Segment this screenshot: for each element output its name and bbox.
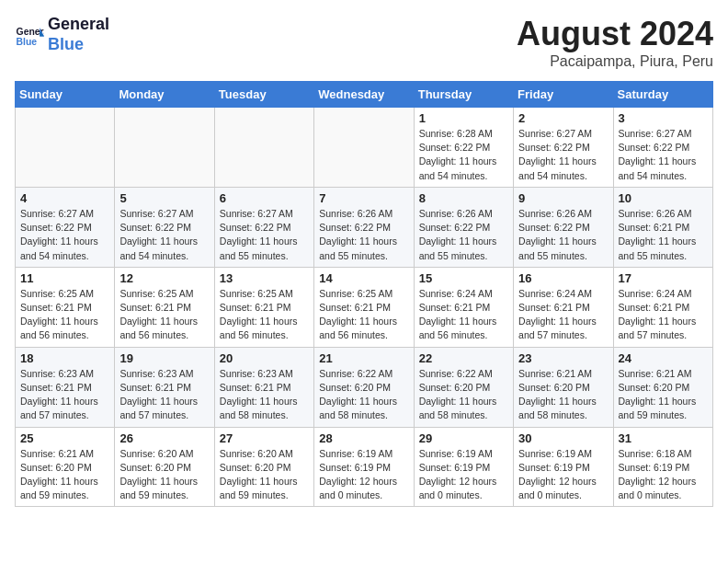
calendar-cell: 15Sunrise: 6:24 AMSunset: 6:21 PMDayligh… xyxy=(414,267,513,347)
day-of-week-header: Saturday xyxy=(613,82,712,108)
day-number: 19 xyxy=(119,351,209,365)
day-info: Sunrise: 6:23 AMSunset: 6:21 PMDaylight:… xyxy=(220,367,309,423)
day-info: Sunrise: 6:22 AMSunset: 6:20 PMDaylight:… xyxy=(419,367,508,423)
day-number: 9 xyxy=(518,191,608,205)
day-info: Sunrise: 6:23 AMSunset: 6:21 PMDaylight:… xyxy=(119,367,209,423)
calendar-cell: 18Sunrise: 6:23 AMSunset: 6:21 PMDayligh… xyxy=(16,347,115,427)
day-number: 5 xyxy=(119,191,209,205)
calendar-cell xyxy=(16,108,115,188)
calendar-cell: 31Sunrise: 6:18 AMSunset: 6:19 PMDayligh… xyxy=(613,427,712,507)
calendar-cell: 28Sunrise: 6:19 AMSunset: 6:19 PMDayligh… xyxy=(314,427,414,507)
title-block: August 2024 Pacaipampa, Piura, Peru xyxy=(517,15,713,70)
calendar-cell xyxy=(314,108,414,188)
day-info: Sunrise: 6:24 AMSunset: 6:21 PMDaylight:… xyxy=(619,287,708,343)
day-info: Sunrise: 6:28 AMSunset: 6:22 PMDaylight:… xyxy=(419,127,508,183)
day-number: 30 xyxy=(518,431,608,445)
day-of-week-header: Friday xyxy=(514,82,613,108)
day-number: 27 xyxy=(220,431,309,445)
calendar-cell: 10Sunrise: 6:26 AMSunset: 6:21 PMDayligh… xyxy=(613,187,712,267)
day-number: 17 xyxy=(619,271,708,285)
calendar-cell: 19Sunrise: 6:23 AMSunset: 6:21 PMDayligh… xyxy=(115,347,214,427)
day-number: 10 xyxy=(619,191,708,205)
day-info: Sunrise: 6:20 AMSunset: 6:20 PMDaylight:… xyxy=(220,447,309,503)
day-number: 20 xyxy=(220,351,309,365)
logo-icon: General Blue xyxy=(15,20,44,50)
day-info: Sunrise: 6:24 AMSunset: 6:21 PMDaylight:… xyxy=(419,287,508,343)
day-of-week-header: Tuesday xyxy=(214,82,313,108)
day-info: Sunrise: 6:22 AMSunset: 6:20 PMDaylight:… xyxy=(319,367,408,423)
day-number: 28 xyxy=(319,431,408,445)
day-number: 24 xyxy=(619,351,708,365)
day-number: 15 xyxy=(419,271,508,285)
logo-text: General Blue xyxy=(48,15,109,54)
calendar-cell: 26Sunrise: 6:20 AMSunset: 6:20 PMDayligh… xyxy=(115,427,214,507)
calendar-cell xyxy=(115,108,214,188)
calendar-cell: 5Sunrise: 6:27 AMSunset: 6:22 PMDaylight… xyxy=(115,187,214,267)
calendar-cell: 30Sunrise: 6:19 AMSunset: 6:19 PMDayligh… xyxy=(514,427,613,507)
calendar-cell xyxy=(214,108,313,188)
day-info: Sunrise: 6:23 AMSunset: 6:21 PMDaylight:… xyxy=(20,367,109,423)
month-title: August 2024 xyxy=(517,15,713,53)
day-number: 16 xyxy=(518,271,608,285)
calendar-cell: 6Sunrise: 6:27 AMSunset: 6:22 PMDaylight… xyxy=(214,187,313,267)
calendar-cell: 23Sunrise: 6:21 AMSunset: 6:20 PMDayligh… xyxy=(514,347,613,427)
page-header: General Blue General Blue August 2024 Pa… xyxy=(15,15,713,70)
day-info: Sunrise: 6:18 AMSunset: 6:19 PMDaylight:… xyxy=(619,447,708,503)
day-info: Sunrise: 6:24 AMSunset: 6:21 PMDaylight:… xyxy=(518,287,608,343)
day-number: 7 xyxy=(319,191,408,205)
day-number: 31 xyxy=(619,431,708,445)
day-info: Sunrise: 6:19 AMSunset: 6:19 PMDaylight:… xyxy=(518,447,608,503)
svg-text:Blue: Blue xyxy=(17,37,38,47)
day-number: 14 xyxy=(319,271,408,285)
day-number: 22 xyxy=(419,351,508,365)
day-info: Sunrise: 6:21 AMSunset: 6:20 PMDaylight:… xyxy=(20,447,109,503)
day-of-week-header: Sunday xyxy=(16,82,115,108)
calendar-cell: 24Sunrise: 6:21 AMSunset: 6:20 PMDayligh… xyxy=(613,347,712,427)
day-info: Sunrise: 6:27 AMSunset: 6:22 PMDaylight:… xyxy=(20,207,109,263)
day-of-week-header: Monday xyxy=(115,82,214,108)
day-number: 4 xyxy=(20,191,109,205)
day-number: 6 xyxy=(220,191,309,205)
day-number: 12 xyxy=(119,271,209,285)
day-number: 1 xyxy=(419,111,508,125)
location: Pacaipampa, Piura, Peru xyxy=(517,53,713,70)
day-info: Sunrise: 6:25 AMSunset: 6:21 PMDaylight:… xyxy=(119,287,209,343)
day-number: 23 xyxy=(518,351,608,365)
day-info: Sunrise: 6:25 AMSunset: 6:21 PMDaylight:… xyxy=(220,287,309,343)
calendar-cell: 14Sunrise: 6:25 AMSunset: 6:21 PMDayligh… xyxy=(314,267,414,347)
day-number: 29 xyxy=(419,431,508,445)
day-of-week-header: Thursday xyxy=(414,82,513,108)
day-info: Sunrise: 6:26 AMSunset: 6:22 PMDaylight:… xyxy=(419,207,508,263)
calendar-cell: 7Sunrise: 6:26 AMSunset: 6:22 PMDaylight… xyxy=(314,187,414,267)
day-number: 25 xyxy=(20,431,109,445)
calendar-cell: 11Sunrise: 6:25 AMSunset: 6:21 PMDayligh… xyxy=(16,267,115,347)
calendar-cell: 22Sunrise: 6:22 AMSunset: 6:20 PMDayligh… xyxy=(414,347,513,427)
day-info: Sunrise: 6:27 AMSunset: 6:22 PMDaylight:… xyxy=(119,207,209,263)
day-number: 21 xyxy=(319,351,408,365)
calendar-cell: 12Sunrise: 6:25 AMSunset: 6:21 PMDayligh… xyxy=(115,267,214,347)
day-number: 8 xyxy=(419,191,508,205)
day-info: Sunrise: 6:19 AMSunset: 6:19 PMDaylight:… xyxy=(319,447,408,503)
day-number: 26 xyxy=(119,431,209,445)
calendar-cell: 21Sunrise: 6:22 AMSunset: 6:20 PMDayligh… xyxy=(314,347,414,427)
day-info: Sunrise: 6:25 AMSunset: 6:21 PMDaylight:… xyxy=(20,287,109,343)
calendar-cell: 1Sunrise: 6:28 AMSunset: 6:22 PMDaylight… xyxy=(414,108,513,188)
day-info: Sunrise: 6:26 AMSunset: 6:22 PMDaylight:… xyxy=(518,207,608,263)
day-number: 2 xyxy=(518,111,608,125)
day-info: Sunrise: 6:19 AMSunset: 6:19 PMDaylight:… xyxy=(419,447,508,503)
day-of-week-header: Wednesday xyxy=(314,82,414,108)
calendar-cell: 13Sunrise: 6:25 AMSunset: 6:21 PMDayligh… xyxy=(214,267,313,347)
calendar-cell: 3Sunrise: 6:27 AMSunset: 6:22 PMDaylight… xyxy=(613,108,712,188)
day-number: 11 xyxy=(20,271,109,285)
calendar-cell: 29Sunrise: 6:19 AMSunset: 6:19 PMDayligh… xyxy=(414,427,513,507)
calendar-cell: 2Sunrise: 6:27 AMSunset: 6:22 PMDaylight… xyxy=(514,108,613,188)
calendar-cell: 8Sunrise: 6:26 AMSunset: 6:22 PMDaylight… xyxy=(414,187,513,267)
day-info: Sunrise: 6:21 AMSunset: 6:20 PMDaylight:… xyxy=(518,367,608,423)
calendar-table: SundayMondayTuesdayWednesdayThursdayFrid… xyxy=(15,81,713,507)
calendar-cell: 4Sunrise: 6:27 AMSunset: 6:22 PMDaylight… xyxy=(16,187,115,267)
calendar-cell: 27Sunrise: 6:20 AMSunset: 6:20 PMDayligh… xyxy=(214,427,313,507)
day-info: Sunrise: 6:21 AMSunset: 6:20 PMDaylight:… xyxy=(619,367,708,423)
calendar-cell: 16Sunrise: 6:24 AMSunset: 6:21 PMDayligh… xyxy=(514,267,613,347)
day-info: Sunrise: 6:26 AMSunset: 6:21 PMDaylight:… xyxy=(619,207,708,263)
calendar-cell: 9Sunrise: 6:26 AMSunset: 6:22 PMDaylight… xyxy=(514,187,613,267)
